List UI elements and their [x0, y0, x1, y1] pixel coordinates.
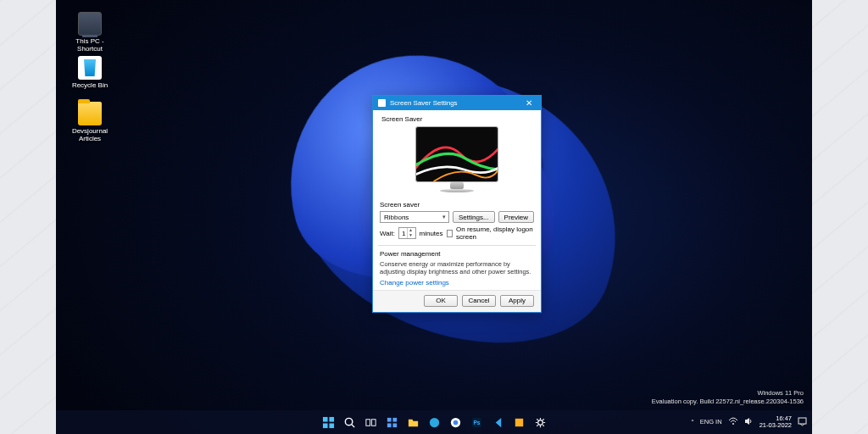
- close-icon: ✕: [526, 98, 532, 108]
- screensaver-settings-dialog: Screen Saver Settings ✕ Screen Saver: [372, 95, 542, 313]
- widgets-button[interactable]: [382, 413, 401, 431]
- desktop-icon-label: Devsjournal Articles: [64, 127, 115, 142]
- dialog-title: Screen Saver Settings: [390, 99, 458, 107]
- start-button[interactable]: [319, 413, 337, 431]
- screensaver-group-label: Screen Saver: [381, 115, 534, 123]
- power-management-label: Power management: [380, 250, 534, 258]
- clock-date: 21-03-2022: [760, 422, 792, 429]
- svg-point-13: [429, 417, 438, 426]
- svg-rect-1: [322, 416, 327, 421]
- apply-button[interactable]: Apply: [500, 295, 534, 307]
- wait-value: 1: [402, 230, 405, 237]
- gear-icon: [534, 416, 547, 429]
- ok-button[interactable]: OK: [424, 295, 458, 307]
- wait-label: Wait:: [380, 230, 395, 237]
- photoshop-icon: Ps: [470, 416, 483, 429]
- watermark-edition: Windows 11 Pro: [652, 389, 804, 397]
- svg-point-5: [345, 418, 352, 425]
- folder-icon: [78, 102, 102, 125]
- spinner-down-icon[interactable]: ▼: [407, 233, 415, 238]
- svg-rect-4: [329, 423, 334, 428]
- widgets-icon: [386, 416, 398, 429]
- taskbar: Ps ˄ ENG IN 16:47 21-03-2022: [56, 410, 812, 434]
- search-icon: [343, 416, 356, 429]
- desktop-icon-recyclebin[interactable]: Recycle Bin: [64, 56, 115, 89]
- taskbar-center: Ps: [319, 413, 549, 431]
- screensaver-select[interactable]: Ribbons: [380, 211, 449, 223]
- svg-rect-2: [329, 416, 334, 421]
- desktop-icon-label: Recycle Bin: [64, 81, 115, 89]
- screensaver-selected: Ribbons: [384, 214, 409, 221]
- settings-button[interactable]: Settings...: [453, 211, 495, 223]
- search-button[interactable]: [340, 413, 359, 431]
- dialog-app-icon: [378, 99, 386, 107]
- edge-icon: [428, 416, 441, 429]
- svg-text:Ps: Ps: [473, 420, 480, 426]
- svg-rect-11: [387, 423, 391, 427]
- svg-rect-8: [371, 419, 376, 426]
- ribbons-preview-icon: [416, 127, 498, 181]
- screensaver-preview: [410, 126, 504, 194]
- screensaver-label: Screen saver: [380, 201, 534, 209]
- wait-unit: minutes: [420, 230, 443, 237]
- vscode-button[interactable]: [488, 413, 507, 431]
- language-indicator[interactable]: ENG IN: [700, 419, 722, 426]
- close-button[interactable]: ✕: [517, 96, 541, 110]
- volume-icon[interactable]: [744, 417, 754, 427]
- svg-rect-3: [322, 423, 327, 428]
- pinned-app-button[interactable]: [509, 413, 528, 431]
- on-resume-checkbox[interactable]: [447, 230, 453, 237]
- svg-point-20: [732, 423, 734, 425]
- dialog-button-bar: OK Cancel Apply: [373, 290, 541, 312]
- svg-line-6: [351, 424, 353, 426]
- on-resume-label: On resume, display logon screen: [456, 225, 534, 241]
- clock[interactable]: 16:47 21-03-2022: [760, 415, 792, 430]
- file-explorer-button[interactable]: [403, 413, 422, 431]
- power-management-desc: Conserve energy or maximize performance …: [380, 260, 534, 276]
- windows-watermark: Windows 11 Pro Evaluation copy. Build 22…: [652, 389, 804, 405]
- titlebar[interactable]: Screen Saver Settings ✕: [373, 96, 541, 110]
- svg-rect-12: [392, 423, 397, 427]
- folder-icon: [407, 416, 420, 429]
- tray-chevron-up-icon[interactable]: ˄: [691, 419, 694, 426]
- preview-monitor: [415, 126, 498, 182]
- app-icon: [513, 416, 526, 429]
- photoshop-button[interactable]: Ps: [467, 413, 486, 431]
- chrome-icon: [449, 416, 462, 429]
- settings-button[interactable]: [531, 413, 549, 431]
- svg-rect-9: [387, 417, 391, 421]
- system-tray: ˄ ENG IN 16:47 21-03-2022: [691, 415, 807, 430]
- change-power-settings-link[interactable]: Change power settings: [380, 279, 449, 287]
- desktop[interactable]: This PC - Shortcut Recycle Bin Devsjourn…: [56, 0, 812, 434]
- svg-rect-10: [392, 417, 397, 421]
- recyclebin-icon: [78, 56, 102, 80]
- task-view-button[interactable]: [361, 413, 380, 431]
- svg-point-15: [453, 420, 458, 425]
- preview-button[interactable]: Preview: [498, 211, 534, 223]
- wait-minutes-spinner[interactable]: 1 ▲ ▼: [398, 227, 416, 239]
- watermark-build: Evaluation copy. Build 22572.ni_release.…: [652, 398, 804, 405]
- divider: [378, 245, 536, 246]
- chrome-button[interactable]: [446, 413, 465, 431]
- svg-rect-21: [798, 418, 806, 424]
- cancel-button[interactable]: Cancel: [462, 295, 496, 307]
- svg-point-19: [537, 420, 542, 425]
- notifications-icon[interactable]: [798, 417, 807, 428]
- desktop-icon-label: This PC - Shortcut: [64, 37, 115, 53]
- svg-rect-18: [515, 418, 522, 426]
- wifi-icon[interactable]: [728, 417, 738, 427]
- taskview-icon: [364, 416, 377, 429]
- edge-button[interactable]: [425, 413, 443, 431]
- desktop-icon-devjournal[interactable]: Devsjournal Articles: [64, 102, 115, 142]
- vscode-icon: [492, 416, 504, 429]
- desktop-icon-thispc[interactable]: This PC - Shortcut: [64, 12, 115, 53]
- thispc-icon: [78, 12, 102, 36]
- svg-rect-7: [365, 419, 370, 426]
- windows-logo-icon: [322, 416, 335, 429]
